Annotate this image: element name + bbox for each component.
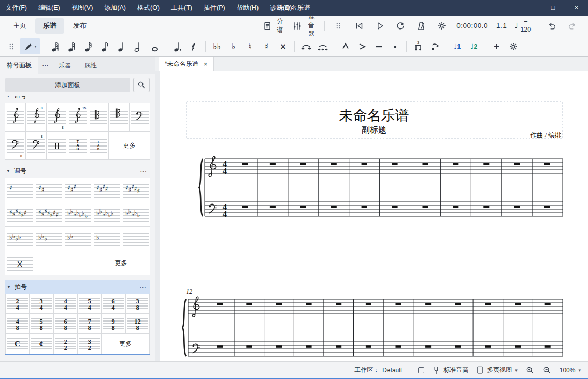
more-button[interactable]: 更多 (102, 334, 149, 354)
palette-cell-treble-clef[interactable] (5, 103, 25, 131)
palette-cell-key-7-flats[interactable]: ♭♭♭♭♭♭♭ (63, 202, 92, 226)
concert-pitch-toggle[interactable]: 标准音高 (432, 366, 468, 375)
palette-cell-time-5-8[interactable]: 58 (30, 314, 53, 333)
note-input-button[interactable]: ▾ (20, 38, 40, 54)
slur-icon[interactable] (314, 38, 331, 54)
palette-cell-bass-clef-8vb[interactable]: 8 (5, 132, 25, 159)
more-button[interactable]: 更多 (92, 251, 150, 275)
keys-section-header[interactable]: ▼ 调号 ⋯ (5, 164, 150, 178)
voice-1-icon[interactable]: ♩1 (449, 38, 465, 54)
palette-cell-key-3-sharps[interactable]: ♯♯♯ (63, 178, 92, 202)
whole-rest[interactable] (425, 303, 431, 305)
palette-cell-bass-clef[interactable] (130, 103, 150, 131)
times-section-header[interactable]: ▼ 拍号 ⋯ (5, 280, 150, 294)
palette-cell-key-atonal[interactable]: X (5, 251, 34, 275)
whole-rest[interactable] (544, 163, 550, 165)
note-16th-icon[interactable] (80, 38, 96, 54)
palette-cell-time-cut[interactable]: ¢ (30, 334, 53, 354)
menu-item[interactable]: 工具(T) (165, 0, 198, 16)
whole-rest[interactable] (483, 206, 489, 208)
palette-cell-time-5-4[interactable]: 54 (78, 294, 101, 313)
menu-item[interactable]: 编辑(E) (33, 0, 66, 16)
tab-发布[interactable]: 发布 (65, 18, 94, 34)
whole-rest[interactable] (366, 345, 371, 348)
score-subtitle[interactable]: 副标题 (362, 125, 386, 134)
menu-item[interactable]: 帮助(H) (231, 0, 264, 16)
whole-rest[interactable] (246, 345, 252, 348)
collapse-caret-icon[interactable]: ▼ (6, 169, 10, 173)
customize-add-icon[interactable]: + (489, 38, 505, 54)
natural-icon[interactable]: ♮ (242, 38, 258, 54)
zoom-out-button[interactable] (542, 366, 552, 375)
palette-cell-key-4-sharps[interactable]: ♯♯♯♯ (92, 178, 121, 202)
note-eighth-icon[interactable] (97, 38, 113, 54)
note-64th-icon[interactable] (47, 38, 63, 54)
palette-cell-time-9-8[interactable]: 98 (102, 314, 125, 333)
note-quarter-icon[interactable] (113, 38, 130, 54)
whole-rest[interactable] (362, 163, 367, 165)
palette-cell-time-2-4[interactable]: 24 (6, 294, 29, 313)
rewind-button[interactable] (349, 17, 369, 35)
flat-icon[interactable]: ♭ (225, 38, 241, 54)
close-button[interactable]: × (565, 0, 588, 16)
double-sharp-icon[interactable]: × (275, 38, 291, 54)
whole-rest[interactable] (545, 345, 551, 348)
palette-cell-time-4-4[interactable]: 44 (54, 294, 77, 313)
tenuto-icon[interactable] (370, 38, 386, 54)
note-32nd-icon[interactable] (64, 38, 80, 54)
whole-rest[interactable] (336, 303, 341, 305)
tab-properties[interactable]: 属性 (78, 57, 104, 74)
palette-cell-key-7-sharps[interactable]: ♯♯♯♯♯♯♯ (34, 202, 63, 226)
palette-menu-icon[interactable]: ⋯ (38, 57, 52, 74)
palette-cell-key-5-sharps[interactable]: ♯♯♯♯♯ (121, 178, 150, 202)
menu-item[interactable]: 格式(O) (132, 0, 165, 16)
whole-rest[interactable] (453, 163, 458, 165)
whole-rest[interactable] (455, 303, 461, 305)
palette-cell-key-5-flats[interactable]: ♭♭♭♭♭ (121, 202, 150, 226)
maximize-button[interactable]: □ (541, 0, 565, 16)
whole-rest[interactable] (396, 345, 401, 348)
minimize-button[interactable]: – (518, 0, 541, 16)
palette-cell-key-1-sharp[interactable]: ♯ (5, 178, 34, 202)
close-tab-icon[interactable]: × (204, 60, 208, 68)
palette-cell-key-2-sharps[interactable]: ♯♯ (34, 178, 63, 202)
tab-乐谱[interactable]: 乐谱 (35, 18, 64, 34)
palette-cell-time-3-2[interactable]: 32 (78, 334, 101, 354)
score-page[interactable]: 未命名乐谱副标题作曲 / 编排444412 (155, 71, 588, 361)
palette-cell-alto-clef[interactable] (88, 103, 108, 131)
tempo-display[interactable]: ♩= 120 (511, 17, 535, 35)
palette-cell-time-12-8[interactable]: 128 (126, 314, 149, 333)
whole-rest[interactable] (242, 206, 248, 208)
score-tab[interactable]: *未命名乐谱 × (159, 57, 214, 71)
playback-drag-handle-icon[interactable] (328, 17, 349, 35)
sharp-icon[interactable]: ♯ (259, 38, 275, 54)
accent-icon[interactable] (354, 38, 370, 54)
panel-toggle-button[interactable] (418, 367, 424, 373)
palette-cell-key-2-flats[interactable]: ♭♭ (63, 227, 92, 251)
whole-rest[interactable] (483, 163, 489, 165)
palette-cell-bass-clef-8va[interactable]: 8 (26, 132, 46, 159)
staccato-icon[interactable] (387, 38, 403, 54)
zoom-level-selector[interactable]: 100% ▾ (560, 367, 581, 374)
metronome-button[interactable] (411, 17, 432, 35)
tab-palettes[interactable]: 符号面板 (0, 57, 38, 74)
times-section-menu-icon[interactable]: ⋯ (137, 283, 148, 291)
search-palettes-button[interactable] (133, 78, 150, 92)
whole-rest[interactable] (306, 345, 312, 348)
palette-cell-key-4-flats[interactable]: ♭♭♭♭ (5, 227, 34, 251)
flip-direction-icon[interactable] (426, 38, 442, 54)
whole-rest[interactable] (485, 303, 491, 305)
whole-rest[interactable] (485, 345, 491, 348)
whole-rest[interactable] (242, 163, 248, 165)
whole-rest[interactable] (276, 303, 282, 305)
palette-cell-time-7-8[interactable]: 78 (78, 314, 101, 333)
whole-rest[interactable] (453, 206, 458, 208)
whole-rest[interactable] (396, 303, 401, 305)
whole-rest[interactable] (425, 345, 431, 348)
keys-section-menu-icon[interactable]: ⋯ (138, 167, 149, 175)
palette-cell-percussion-clef[interactable] (47, 132, 67, 159)
whole-rest[interactable] (270, 206, 276, 208)
whole-rest[interactable] (306, 303, 312, 305)
toolbar-settings-icon[interactable] (505, 38, 521, 54)
playback-settings-button[interactable] (432, 17, 452, 35)
